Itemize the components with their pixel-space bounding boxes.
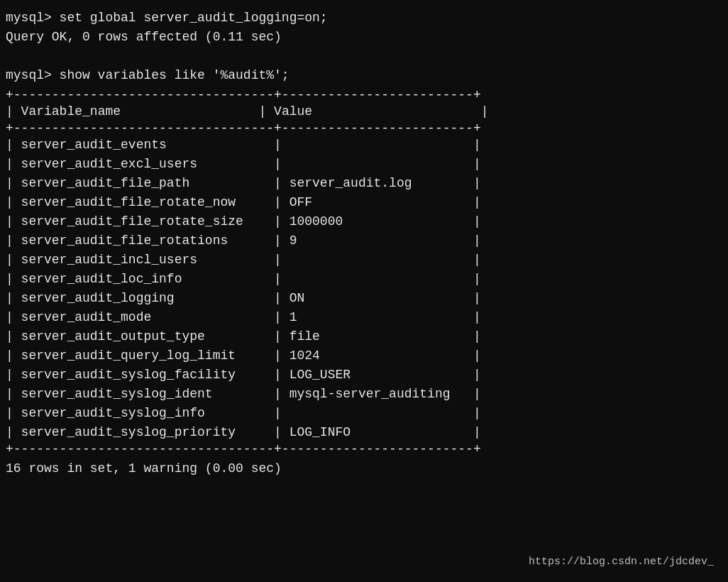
command-line-2: mysql> show variables like '%audit%'; [6,66,722,85]
table-row: | server_audit_file_rotate_size | 100000… [6,212,722,231]
table-row: | server_audit_loc_info | | [6,270,722,289]
table-row: | server_audit_events | | [6,136,722,155]
header-spacer: | [121,104,274,119]
blank-line-1 [6,47,722,66]
pipe-left: | [6,104,21,119]
divider-mid: +----------------------------------+----… [6,121,722,136]
header-value: Value [274,104,312,119]
table-row: | server_audit_incl_users | | [6,251,722,270]
table-row: | server_audit_output_type | file | [6,327,722,346]
table-row: | server_audit_syslog_priority | LOG_INF… [6,423,722,442]
table-row: | server_audit_syslog_info | | [6,404,722,423]
table-row: | server_audit_file_rotate_now | OFF | [6,193,722,212]
table-row: | server_audit_mode | 1 | [6,308,722,327]
table-row: | server_audit_logging | ON | [6,289,722,308]
table-rows: | server_audit_events | || server_audit_… [6,136,722,442]
header-end: | [312,104,488,119]
query-results-table: +----------------------------------+----… [6,88,722,456]
table-row: | server_audit_syslog_facility | LOG_USE… [6,366,722,385]
summary-line: 16 rows in set, 1 warning (0.00 sec) [6,459,722,478]
footer-url: https://blog.csdn.net/jdcdev_ [529,556,714,568]
header-variable-name: Variable_name [21,104,121,119]
table-row: | server_audit_query_log_limit | 1024 | [6,346,722,366]
table-row: | server_audit_file_path | server_audit.… [6,174,722,193]
divider-top: +----------------------------------+----… [6,88,722,102]
terminal: mysql> set global server_audit_logging=o… [6,9,722,573]
table-row: | server_audit_file_rotations | 9 | [6,231,722,251]
table-header-row: | Variable_name | Value | [6,102,722,121]
result-line-1: Query OK, 0 rows affected (0.11 sec) [6,28,722,47]
divider-bottom: +----------------------------------+----… [6,442,722,456]
table-row: | server_audit_syslog_ident | mysql-serv… [6,385,722,404]
table-row: | server_audit_excl_users | | [6,155,722,174]
command-line-1: mysql> set global server_audit_logging=o… [6,9,722,28]
